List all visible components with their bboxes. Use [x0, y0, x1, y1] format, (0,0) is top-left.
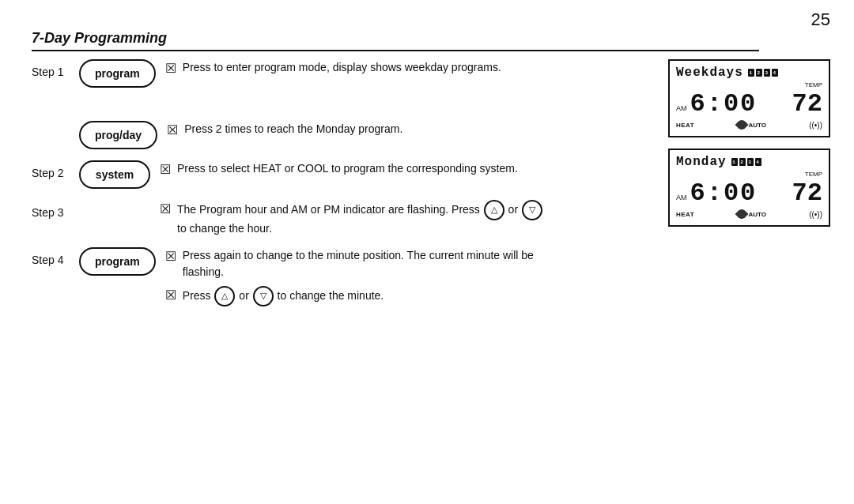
weekdays-wifi: ((•)): [809, 121, 822, 130]
weekdays-temp-label: TEMP: [805, 81, 822, 88]
monday-heat: HEAT: [676, 211, 694, 218]
step-4-text-1: Press again to change to the minute posi…: [183, 247, 546, 280]
bullet-icon-progday: ☒: [167, 122, 178, 137]
progday-button: prog/day: [79, 121, 157, 149]
step-2-row: Step 2 system ☒ Press to select HEAT or …: [32, 160, 546, 192]
progday-row: prog/day ☒ Press 2 times to reach the Mo…: [79, 121, 546, 152]
bullet-icon-2: ☒: [160, 162, 171, 177]
step-1-text: Press to enter program mode, display sho…: [183, 59, 501, 75]
up-arrow-4: △: [214, 286, 235, 307]
main-content: Step 1 program ☒ Press to enter program …: [32, 59, 546, 318]
step-2-label: Step 2: [32, 160, 79, 179]
prog-dot-m2: 2: [739, 158, 746, 166]
weekdays-time: AM 6:00: [676, 92, 757, 117]
step-1-content: ☒ Press to enter program mode, display s…: [165, 59, 546, 79]
monday-header: Monday 1 2 3 4: [676, 155, 822, 169]
page-title: 7-Day Programming: [32, 30, 759, 51]
display-panels: Weekdays 1 2 3 4 AM 6:00 TEMP 72 HEAT: [668, 59, 830, 227]
down-arrow-4: ▽: [253, 286, 274, 307]
step-2-text: Press to select HEAT or COOL to program …: [177, 160, 518, 176]
monday-footer: HEAT AUTO ((•)): [676, 209, 822, 219]
step-3-label: Step 3: [32, 200, 79, 219]
step-4-row: Step 4 program ☒ Press again to change t…: [32, 247, 546, 310]
bullet-icon-1: ☒: [165, 61, 176, 76]
monday-display: Monday 1 2 3 4 AM 6:00 TEMP 72 HEAT: [668, 149, 830, 227]
monday-temp-label: TEMP: [805, 171, 822, 178]
monday-label: Monday: [676, 155, 727, 169]
monday-temp: 72: [792, 179, 822, 208]
step-1-row: Step 1 program ☒ Press to enter program …: [32, 59, 546, 91]
step-3-content: ☒ The Program hour and AM or PM indicato…: [160, 200, 546, 239]
weekdays-auto-label: AUTO: [748, 122, 766, 129]
step-1-bullet: ☒ Press to enter program mode, display s…: [165, 59, 546, 76]
step-2-content: ☒ Press to select HEAT or COOL to progra…: [160, 160, 546, 180]
weekdays-display: Weekdays 1 2 3 4 AM 6:00 TEMP 72 HEAT: [668, 59, 830, 137]
page-number: 25: [811, 9, 830, 30]
prog-dots-1: 1 2 3 4: [748, 69, 778, 77]
monday-body: AM 6:00: [676, 179, 792, 208]
monday-auto: AUTO: [737, 209, 766, 219]
prog-dots-2: 1 2 3 4: [731, 158, 761, 166]
step-4-bullet-1: ☒ Press again to change to the minute po…: [165, 247, 546, 280]
bullet-icon-4a: ☒: [165, 249, 176, 264]
step-1-label: Step 1: [32, 59, 79, 78]
prog-dot-m4: 4: [755, 158, 761, 166]
prog-dot-4: 4: [772, 69, 778, 77]
bullet-icon-4b: ☒: [165, 288, 176, 303]
prog-dot-3: 3: [764, 69, 770, 77]
bullet-icon-3: ☒: [160, 201, 171, 216]
weekdays-am: AM: [676, 104, 687, 112]
down-arrow-3: ▽: [522, 200, 542, 220]
weekdays-heat: HEAT: [676, 122, 694, 129]
step-4-bullet-2: ☒ Press △ or ▽ to change the minute.: [165, 286, 546, 307]
monday-auto-label: AUTO: [748, 211, 766, 218]
system-button: system: [79, 160, 150, 189]
monday-time: AM 6:00: [676, 181, 757, 206]
weekdays-temp: 72: [792, 89, 822, 118]
weekdays-digits: 6:00: [690, 92, 758, 117]
monday-wifi: ((•)): [809, 210, 822, 219]
step-2-bullet: ☒ Press to select HEAT or COOL to progra…: [160, 160, 546, 177]
weekdays-auto: AUTO: [737, 120, 766, 130]
monday-am: AM: [676, 194, 687, 201]
progday-bullet: ☒ Press 2 times to reach the Monday prog…: [167, 121, 546, 137]
weekdays-body: AM 6:00: [676, 90, 792, 118]
program-button-1: program: [79, 59, 156, 88]
prog-dot-1: 1: [748, 69, 754, 77]
step-3-row: Step 3 ☒ The Program hour and AM or PM i…: [32, 200, 546, 239]
prog-dot-2: 2: [756, 69, 762, 77]
leaf-icon-2: [735, 208, 749, 221]
step-3-bullet: ☒ The Program hour and AM or PM indicato…: [160, 200, 546, 236]
step-4-text-2: Press △ or ▽ to change the minute.: [183, 286, 384, 307]
weekdays-header: Weekdays 1 2 3 4: [676, 66, 822, 80]
up-arrow-3: △: [484, 200, 504, 220]
step-3-text: The Program hour and AM or PM indicator …: [177, 200, 546, 236]
step-4-content: ☒ Press again to change to the minute po…: [165, 247, 546, 310]
monday-digits: 6:00: [690, 181, 758, 206]
prog-dot-m1: 1: [731, 158, 738, 166]
prog-dot-m3: 3: [747, 158, 754, 166]
step-4-label: Step 4: [32, 247, 79, 266]
progday-text: Press 2 times to reach the Monday progra…: [184, 121, 402, 137]
program-button-2: program: [79, 247, 156, 276]
weekdays-footer: HEAT AUTO ((•)): [676, 120, 822, 130]
weekdays-label: Weekdays: [676, 66, 743, 80]
progday-content: ☒ Press 2 times to reach the Monday prog…: [167, 121, 546, 141]
leaf-icon-1: [735, 118, 749, 132]
